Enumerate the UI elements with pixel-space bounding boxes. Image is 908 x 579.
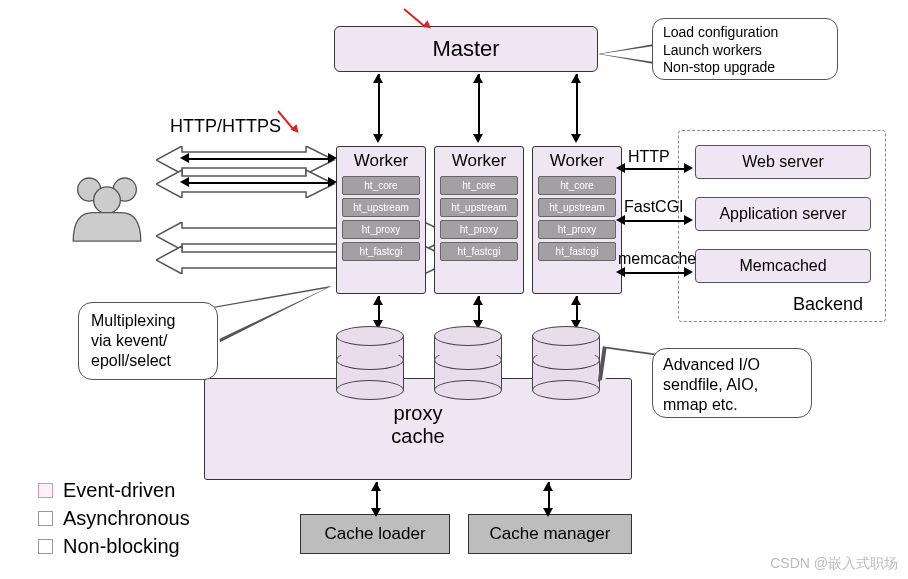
master-callout: Load configuration Launch workers Non-st… <box>652 18 838 80</box>
advanced-io-callout: Advanced I/O sendfile, AIO, mmap etc. <box>652 348 812 418</box>
worker-2-mod-2: ht_proxy <box>440 220 518 239</box>
thin-arr-2l <box>180 177 189 187</box>
proxy-cache-line2: cache <box>205 425 631 448</box>
backend-app-label: Application server <box>719 205 846 223</box>
backend-web-label: Web server <box>742 153 824 171</box>
aio-line2: sendfile, AIO, <box>663 375 801 395</box>
cache-loader-box: Cache loader <box>300 514 450 554</box>
cache-cylinder-3 <box>532 326 600 400</box>
arrow-master-worker1 <box>378 74 380 134</box>
watermark: CSDN @嵌入式职场 <box>770 555 898 573</box>
http-https-label: HTTP/HTTPS <box>170 116 281 137</box>
cache-manager-label: Cache manager <box>490 524 611 544</box>
arr-mgr-u <box>543 482 553 491</box>
master-callout-line3: Non-stop upgrade <box>663 59 827 77</box>
worker-1-mod-2: ht_proxy <box>342 220 420 239</box>
legend-swatch-pink <box>38 483 53 498</box>
aio-line1: Advanced I/O <box>663 355 801 375</box>
worker-2-mod-1: ht_upstream <box>440 198 518 217</box>
arrow-master-worker3 <box>576 74 578 134</box>
users-icon <box>62 170 152 250</box>
worker-1-mod-3: ht_fastcgi <box>342 242 420 261</box>
mux-line2: via kevent/ <box>91 331 205 351</box>
legend-item-1: Event-driven <box>63 479 175 502</box>
arr-mem-l <box>616 267 625 277</box>
backend-memcached: Memcached <box>695 249 871 283</box>
arrow-mw1-down <box>373 134 383 143</box>
arr-http <box>624 168 686 170</box>
legend-row-1: Event-driven <box>38 476 190 504</box>
backend-app-server: Application server <box>695 197 871 231</box>
thin-arr-2 <box>188 182 330 184</box>
mux-line3: epoll/select <box>91 351 205 371</box>
svg-point-2 <box>94 187 121 214</box>
master-box: Master <box>334 26 598 72</box>
worker-2-mod-0: ht_core <box>440 176 518 195</box>
worker-3-mod-0: ht_core <box>538 176 616 195</box>
multiplexing-callout: Multiplexing via kevent/ epoll/select <box>78 302 218 380</box>
master-callout-line1: Load configuration <box>663 24 827 42</box>
arrow-mw2-up <box>473 74 483 83</box>
fastcgi-label: FastCGI <box>624 198 684 216</box>
aw1u <box>373 296 383 305</box>
http-label: HTTP <box>628 148 670 166</box>
arrow-mw3-down <box>571 134 581 143</box>
arr-fastcgi <box>624 220 686 222</box>
worker-3-title: Worker <box>533 147 621 173</box>
backend-web-server: Web server <box>695 145 871 179</box>
worker-3-mod-3: ht_fastcgi <box>538 242 616 261</box>
arr-mgr-d <box>543 508 553 517</box>
cache-manager-box: Cache manager <box>468 514 632 554</box>
aio-line3: mmap etc. <box>663 395 801 415</box>
worker-2-mod-3: ht_fastcgi <box>440 242 518 261</box>
worker-1: Worker ht_core ht_upstream ht_proxy ht_f… <box>336 146 426 294</box>
worker-1-mod-0: ht_core <box>342 176 420 195</box>
legend: Event-driven Asynchronous Non-blocking <box>38 476 190 560</box>
legend-row-2: Asynchronous <box>38 504 190 532</box>
worker-1-title: Worker <box>337 147 425 173</box>
aw2u <box>473 296 483 305</box>
worker-3-mod-1: ht_upstream <box>538 198 616 217</box>
worker-1-mod-1: ht_upstream <box>342 198 420 217</box>
master-label: Master <box>432 36 499 62</box>
arr-loader-d <box>371 508 381 517</box>
proxy-cache-line1: proxy <box>205 402 631 425</box>
arr-http-l <box>616 163 625 173</box>
arr-fcgi-r <box>684 215 693 225</box>
master-callout-tail-fill <box>600 46 654 62</box>
legend-row-3: Non-blocking <box>38 532 190 560</box>
legend-swatch-3 <box>38 539 53 554</box>
memcache-label: memcache <box>618 250 696 268</box>
legend-item-3: Non-blocking <box>63 535 180 558</box>
worker-2: Worker ht_core ht_upstream ht_proxy ht_f… <box>434 146 524 294</box>
arrow-mw1-up <box>373 74 383 83</box>
worker-2-title: Worker <box>435 147 523 173</box>
worker-3: Worker ht_core ht_upstream ht_proxy ht_f… <box>532 146 622 294</box>
arr-loader-u <box>371 482 381 491</box>
thin-arr-1 <box>188 158 330 160</box>
arr-fcgi-l <box>616 215 625 225</box>
arr-mem-r <box>684 267 693 277</box>
cache-cylinder-2 <box>434 326 502 400</box>
worker-3-mod-2: ht_proxy <box>538 220 616 239</box>
arr-memcache <box>624 272 686 274</box>
backend-group: Web server Application server Memcached … <box>678 130 886 322</box>
arrow-master-worker2 <box>478 74 480 134</box>
arrow-mw2-down <box>473 134 483 143</box>
mux-line1: Multiplexing <box>91 311 205 331</box>
master-callout-line2: Launch workers <box>663 42 827 60</box>
legend-swatch-2 <box>38 511 53 526</box>
aw3u <box>571 296 581 305</box>
thin-arr-1l <box>180 153 189 163</box>
cache-cylinder-1 <box>336 326 404 400</box>
arrow-mw3-up <box>571 74 581 83</box>
legend-item-2: Asynchronous <box>63 507 190 530</box>
cache-loader-label: Cache loader <box>324 524 425 544</box>
arr-http-r <box>684 163 693 173</box>
backend-group-label: Backend <box>793 294 863 315</box>
backend-mem-label: Memcached <box>739 257 826 275</box>
